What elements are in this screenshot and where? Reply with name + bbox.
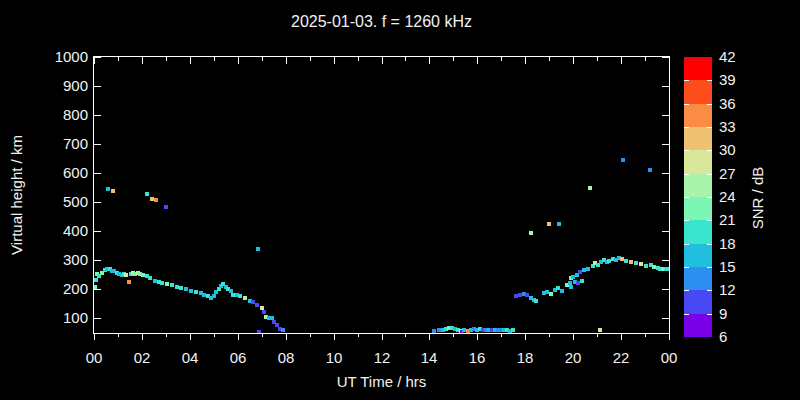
colorbar-tick: [707, 150, 712, 151]
colorbar-tick-label: 39: [719, 71, 736, 89]
data-point: [145, 192, 149, 196]
colorbar-tick: [707, 314, 712, 315]
data-point: [94, 285, 97, 289]
x-tick: [621, 57, 622, 64]
x-minor-tick: [262, 333, 263, 337]
y-tick-label: 500: [42, 193, 88, 211]
x-tick: [286, 57, 287, 64]
data-point: [666, 267, 669, 271]
x-minor-tick: [549, 57, 550, 61]
y-tick: [662, 57, 669, 58]
chart-title: 2025-01-03. f = 1260 kHz: [94, 13, 669, 31]
x-tick: [429, 57, 430, 64]
colorbar-tick-label: 12: [719, 281, 736, 299]
data-point: [212, 294, 216, 298]
colorbar-segment: [684, 174, 712, 198]
colorbar-tick-label: 24: [719, 188, 736, 206]
data-point: [624, 259, 628, 263]
x-minor-tick: [405, 57, 406, 61]
x-tick: [525, 333, 526, 340]
plot-area: [94, 57, 669, 333]
data-point: [164, 205, 168, 209]
data-point: [598, 328, 602, 332]
colorbar-tick: [684, 197, 689, 198]
x-minor-tick: [166, 333, 167, 337]
y-axis-label: Virtual height / km: [8, 135, 25, 255]
colorbar-tick: [684, 244, 689, 245]
data-point: [569, 285, 573, 289]
data-point: [165, 282, 169, 286]
colorbar-tick-label: 27: [719, 165, 736, 183]
colorbar-tick-label: 30: [719, 141, 736, 159]
data-point: [256, 247, 260, 251]
x-tick-label: 16: [457, 349, 497, 367]
x-tick: [334, 57, 335, 64]
x-tick-label: 08: [266, 349, 306, 367]
y-tick: [662, 231, 669, 232]
x-tick: [94, 333, 95, 340]
y-tick: [662, 86, 669, 87]
data-point: [262, 310, 266, 314]
colorbar-segment: [684, 290, 712, 314]
x-tick: [382, 57, 383, 64]
y-tick: [94, 318, 101, 319]
colorbar-tick-label: 42: [719, 48, 736, 66]
data-point: [648, 168, 652, 172]
data-point: [94, 278, 98, 282]
x-minor-tick: [501, 57, 502, 61]
colorbar-tick-label: 18: [719, 235, 736, 253]
y-tick-label: 900: [42, 77, 88, 95]
data-point: [243, 296, 247, 300]
colorbar-tick: [707, 290, 712, 291]
colorbar-tick: [707, 244, 712, 245]
x-tick-label: 00: [74, 349, 114, 367]
colorbar-tick: [684, 150, 689, 151]
x-tick-label: 04: [170, 349, 210, 367]
data-point: [106, 187, 110, 191]
x-tick: [142, 333, 143, 340]
x-tick: [573, 333, 574, 340]
x-tick: [669, 57, 670, 64]
x-tick: [429, 333, 430, 340]
colorbar-segment: [684, 267, 712, 291]
x-minor-tick: [214, 333, 215, 337]
data-point: [175, 285, 179, 289]
data-point: [529, 231, 533, 235]
y-tick: [94, 202, 101, 203]
data-point: [111, 189, 115, 193]
data-point: [194, 290, 198, 294]
x-tick-label: 22: [601, 349, 641, 367]
colorbar-tick-label: 6: [719, 328, 727, 346]
colorbar-segment: [684, 244, 712, 268]
x-tick-label: 02: [122, 349, 162, 367]
y-tick: [94, 86, 101, 87]
y-tick: [94, 289, 101, 290]
data-point: [549, 292, 553, 296]
data-point: [547, 222, 551, 226]
data-point: [560, 289, 564, 293]
colorbar-tick-label: 21: [719, 211, 736, 229]
y-tick: [662, 144, 669, 145]
x-minor-tick: [214, 57, 215, 61]
y-tick: [94, 115, 101, 116]
colorbar-tick: [684, 104, 689, 105]
x-minor-tick: [118, 57, 119, 61]
x-tick-label: 14: [409, 349, 449, 367]
x-minor-tick: [358, 333, 359, 337]
y-tick-label: 100: [42, 309, 88, 327]
data-point: [634, 261, 638, 265]
x-minor-tick: [597, 57, 598, 61]
data-point: [217, 287, 221, 291]
colorbar-segment: [684, 57, 712, 81]
x-minor-tick: [358, 57, 359, 61]
colorbar-tick-label: 36: [719, 95, 736, 113]
colorbar-tick: [684, 267, 689, 268]
x-minor-tick: [501, 333, 502, 337]
x-tick-label: 00: [649, 349, 689, 367]
y-tick-label: 800: [42, 106, 88, 124]
x-tick: [477, 333, 478, 340]
y-tick: [662, 318, 669, 319]
colorbar-segment: [684, 150, 712, 174]
colorbar-tick-label: 9: [719, 305, 727, 323]
colorbar-segment: [684, 127, 712, 151]
